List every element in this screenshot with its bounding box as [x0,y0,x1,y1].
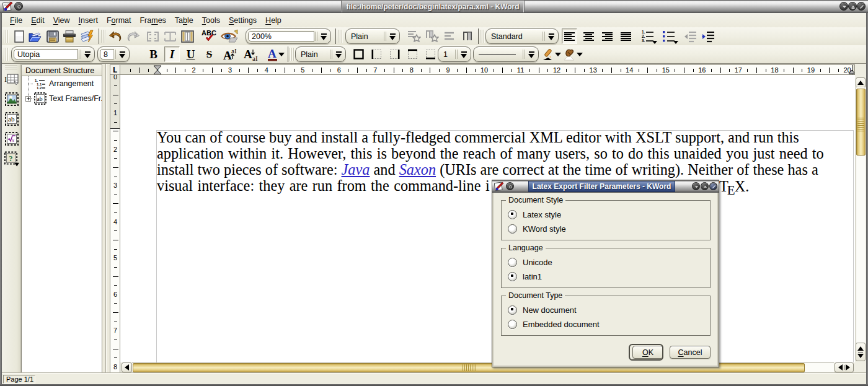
combo-arrow-icon[interactable] [335,51,343,59]
panel-splitter[interactable] [102,64,110,373]
toolbar-handle[interactable] [4,30,9,43]
insert-text-frame-button[interactable]: ab [4,111,19,126]
radio-unselected-icon[interactable] [508,258,517,267]
delete-frame-button[interactable] [162,29,178,44]
font-size-combobox[interactable]: 8 [97,46,130,62]
menu-file[interactable]: File [6,15,27,26]
edit-frame-button[interactable] [145,29,161,44]
style-combobox[interactable]: Plain [345,29,400,44]
new-document-button[interactable] [11,29,27,44]
maximize-button[interactable] [848,2,857,11]
align-center-button[interactable] [581,29,596,44]
sticky-button[interactable] [14,2,23,11]
dialog-maximize-button[interactable] [701,182,709,190]
border-outline-button[interactable] [351,46,366,62]
scroll-up-down-buttons[interactable] [856,343,866,361]
radio-latex-style[interactable]: Latex style [508,209,561,219]
frame-style-combobox[interactable]: Plain [295,46,346,62]
combo-arrow-icon[interactable] [389,33,397,41]
radio-embedded-document[interactable]: Embedded document [508,319,600,329]
indent-markers[interactable] [153,65,162,75]
hscroll-track[interactable] [132,362,834,372]
toolbar-handle[interactable] [5,65,17,69]
increase-indent-button[interactable] [701,29,716,44]
radio-selected-icon[interactable] [508,272,517,281]
vscroll-thumb[interactable] [856,89,866,156]
align-justify-button[interactable] [618,29,634,44]
align-right-button[interactable] [600,29,615,44]
print-preview-button[interactable] [78,29,97,44]
border-width-combobox[interactable]: 1 [438,46,471,62]
combo-arrow-icon[interactable] [547,33,556,41]
menu-table[interactable]: Table [170,15,198,26]
dialog-close-button[interactable] [709,182,717,190]
scroll-left-button[interactable] [122,362,132,372]
radio-unselected-icon[interactable] [508,224,517,234]
document-link[interactable]: Saxon [399,161,436,178]
vertical-scrollbar[interactable] [855,75,866,373]
vertical-ruler[interactable]: 012345678 [110,75,120,373]
menu-edit[interactable]: Edit [27,15,49,26]
window-border[interactable] [0,13,2,386]
radio-kword-style[interactable]: KWord style [508,224,566,234]
strikethrough-button[interactable]: S [202,46,217,62]
toolbar-handle[interactable] [338,30,343,43]
cancel-button[interactable]: Cancel [670,346,711,359]
border-left-button[interactable] [369,46,384,62]
undo-button[interactable] [107,29,123,44]
font-combobox[interactable]: Utopia [11,46,95,62]
radio-new-document[interactable]: New document [508,305,577,315]
border-style-combobox[interactable] [473,46,539,62]
save-button[interactable] [45,29,60,44]
paragraph-style-combobox[interactable]: Standard [485,29,559,44]
border-color-button[interactable] [542,46,554,62]
titlebar[interactable]: file:/home/peter/doc/beginlatex/para.xml… [0,0,868,13]
scroll-up-button[interactable] [856,77,866,88]
vscroll-track[interactable] [856,87,866,361]
dialog-minimize-button[interactable] [692,182,700,190]
border-bottom-button[interactable] [423,46,438,62]
numbered-list-button[interactable]: 1.2.3. [640,29,659,44]
bullet-list-button[interactable] [661,29,680,44]
menu-tools[interactable]: Tools [198,15,224,26]
style-value[interactable]: Plain [348,31,383,42]
insert-table-button[interactable]: I [4,71,19,87]
minimize-button[interactable] [839,2,848,11]
formatting-characters-button[interactable] [220,29,239,44]
zoom-value[interactable]: 200% [248,31,314,42]
document-link[interactable]: Java [342,161,370,178]
menu-help[interactable]: Help [261,15,286,26]
border-right-button[interactable] [387,46,402,62]
menu-settings[interactable]: Settings [224,15,261,26]
radio-selected-icon[interactable] [508,210,517,219]
create-framestyle-button[interactable] [424,29,440,44]
background-color-dropdown[interactable] [575,46,584,62]
radio-unicode[interactable]: Unicode [508,257,552,267]
radio-unselected-icon[interactable] [508,320,517,329]
expand-icon[interactable] [25,96,31,102]
menu-format[interactable]: Format [102,15,136,26]
combo-arrow-icon[interactable] [320,33,328,41]
frame-style-value[interactable]: Plain [298,49,329,59]
zoom-combobox[interactable]: 200% [246,29,331,44]
dialog-title-area[interactable]: Latex Export Filter Parameters - KWord [528,181,675,192]
combo-arrow-icon[interactable] [118,51,126,59]
scroll-left-right-buttons[interactable] [835,362,854,372]
border-width-value[interactable]: 1 [440,49,454,59]
background-color-button[interactable] [563,46,575,62]
underline-button[interactable]: U [183,46,198,62]
document-structure-tree[interactable]: 1.1.11.2 Arrangement ab Text Frames/Fr..… [21,76,102,373]
print-button[interactable] [61,29,77,44]
redo-button[interactable] [125,29,141,44]
tab-style-selector[interactable]: L [110,64,120,75]
menu-insert[interactable]: Insert [74,15,102,26]
titlebar-grab[interactable]: file:/home/peter/doc/beginlatex/para.xml… [341,1,525,12]
paragraph-style-value[interactable]: Standard [488,31,542,42]
create-style-from-selection-button[interactable] [406,29,422,44]
decrease-indent-button[interactable] [683,29,698,44]
tree-item-arrangement[interactable]: 1.1.11.2 Arrangement [34,77,94,90]
insert-picture-frame-button[interactable] [4,91,19,107]
kword-app-icon[interactable] [2,1,13,14]
toolbar-handle[interactable] [101,30,106,43]
tree-item-text-frames[interactable]: ab Text Frames/Fr... [25,92,102,105]
